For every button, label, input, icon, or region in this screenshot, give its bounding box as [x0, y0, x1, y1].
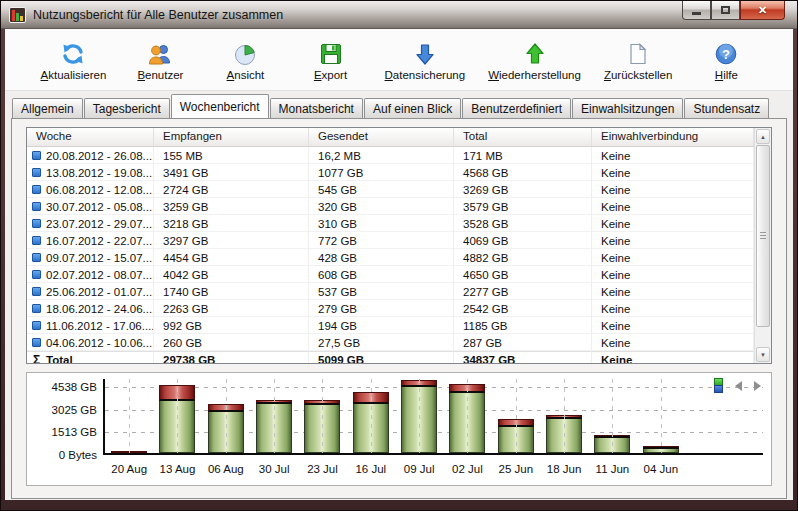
tab-auf-einen-blick[interactable]: Auf einen Blick: [364, 98, 461, 118]
tab-allgemein[interactable]: Allgemein: [12, 98, 83, 118]
x-tick-label: 18 Jun: [547, 463, 582, 475]
cell-empfangen: 3259 GB: [154, 198, 309, 215]
cell-total: 4882 GB: [454, 249, 592, 266]
toolbar-button-zurückstellen[interactable]: Zurückstellen: [604, 41, 672, 81]
vertical-scrollbar[interactable]: ▲ ▼: [754, 128, 771, 363]
close-icon: ✕: [758, 4, 767, 17]
app-window: Nutzungsbericht für Alle Benutzer zusamm…: [0, 0, 798, 511]
minimize-button[interactable]: [682, 1, 711, 20]
tab-wochenbericht[interactable]: Wochenbericht: [171, 94, 269, 118]
toolbar-button-benutzer[interactable]: Benutzer: [129, 41, 191, 81]
toolbar-button-wiederherstellung[interactable]: Wiederherstellung: [488, 41, 581, 81]
table-row[interactable]: 16.07.2012 - 22.07....3297 GB772 GB4069 …: [27, 232, 754, 249]
x-tick-label: 11 Jun: [596, 463, 630, 475]
cell-total: 4568 GB: [454, 164, 592, 181]
help-icon: ?: [713, 41, 739, 67]
save-icon: [318, 41, 344, 67]
table-total-row[interactable]: ΣTotal29738 GB5099 GB34837 GBKeine: [27, 351, 754, 363]
table-row[interactable]: 09.07.2012 - 15.07....4454 GB428 GB4882 …: [27, 249, 754, 266]
column-header-gesendet[interactable]: Gesendet: [309, 128, 454, 146]
usage-chart: 0 Bytes1513 GB3025 GB4538 GB 20 Aug13 Au…: [26, 372, 772, 486]
tab-stundensatz[interactable]: Stundensatz: [684, 98, 769, 118]
close-button[interactable]: ✕: [740, 1, 785, 20]
x-tick-label: 13 Aug: [160, 463, 196, 475]
column-header-empfangen[interactable]: Empfangen: [154, 128, 309, 146]
x-tick-label: 09 Jul: [404, 463, 435, 475]
v-gridline: [274, 379, 275, 453]
cell-empfangen: 1740 GB: [154, 283, 309, 300]
cell-total: 287 GB: [454, 334, 592, 351]
cell-woche: 20.08.2012 - 26.08....: [27, 147, 154, 164]
table-row[interactable]: 18.06.2012 - 24.06....2263 GB279 GB2542 …: [27, 300, 754, 317]
tab-tagesbericht[interactable]: Tagesbericht: [84, 98, 170, 118]
cell-empfangen: 4042 GB: [154, 266, 309, 283]
cell-gesendet: 310 GB: [309, 215, 454, 232]
pie-chart-icon: [232, 41, 258, 67]
maximize-icon: [721, 6, 730, 14]
cell-einwahlverbindung: Keine: [592, 232, 754, 249]
document-icon: [625, 41, 651, 67]
upload-arrow-icon: [522, 41, 548, 67]
toolbar-button-ansicht[interactable]: Ansicht: [214, 41, 276, 81]
toolbar-button-label: Benutzer: [137, 69, 183, 81]
week-row-icon: [32, 321, 41, 330]
chart-prev-arrow-icon[interactable]: [735, 381, 742, 391]
table-row[interactable]: 02.07.2012 - 08.07....4042 GB608 GB4650 …: [27, 266, 754, 283]
toolbar-button-aktualisieren[interactable]: Aktualisieren: [41, 41, 107, 81]
toolbar-button-label: Zurückstellen: [604, 69, 672, 81]
column-header-total[interactable]: Total: [454, 128, 592, 146]
cell-total: 171 MB: [454, 147, 592, 164]
scrollbar-thumb[interactable]: [756, 145, 770, 327]
toolbar-button-datensicherung[interactable]: Datensicherung: [385, 41, 466, 81]
v-gridline: [564, 379, 565, 453]
cell-einwahlverbindung: Keine: [592, 249, 754, 266]
bar-slots: 20 Aug13 Aug06 Aug30 Jul23 Jul16 Jul09 J…: [105, 379, 685, 453]
cell-gesendet: 194 GB: [309, 317, 454, 334]
scroll-down-arrow-icon[interactable]: ▼: [756, 347, 770, 362]
table-row[interactable]: 23.07.2012 - 29.07....3218 GB310 GB3528 …: [27, 215, 754, 232]
chart-category-slot: 25 Jun: [492, 379, 540, 453]
table-row[interactable]: 25.06.2012 - 01.07....1740 GB537 GB2277 …: [27, 283, 754, 300]
column-header-einwahlverbindung[interactable]: Einwahlverbindung: [592, 128, 754, 146]
x-tick-label: 06 Aug: [208, 463, 244, 475]
chart-category-slot: 09 Jul: [395, 379, 443, 453]
cell-gesendet: 545 GB: [309, 181, 454, 198]
tab-einwahlsitzungen[interactable]: Einwahlsitzungen: [572, 98, 683, 118]
v-gridline: [322, 379, 323, 453]
cell-total: 4650 GB: [454, 266, 592, 283]
week-row-icon: [32, 168, 41, 177]
toolbar-button-export[interactable]: Export: [300, 41, 362, 81]
scroll-up-arrow-icon[interactable]: ▲: [756, 129, 770, 144]
week-row-icon: [32, 202, 41, 211]
week-row-icon: [32, 151, 41, 160]
toolbar-button-label: Export: [314, 69, 347, 81]
table-row[interactable]: 30.07.2012 - 05.08....3259 GB320 GB3579 …: [27, 198, 754, 215]
x-tick-label: 16 Jul: [355, 463, 386, 475]
week-row-icon: [32, 219, 41, 228]
column-header-woche[interactable]: Woche: [27, 128, 154, 146]
tab-benutzerdefiniert[interactable]: Benutzerdefiniert: [462, 98, 571, 118]
cell-empfangen: 155 MB: [154, 147, 309, 164]
tab-monatsbericht[interactable]: Monatsbericht: [270, 98, 363, 118]
chart-next-arrow-icon[interactable]: [754, 381, 761, 391]
cell-einwahlverbindung: Keine: [592, 198, 754, 215]
table-row[interactable]: 13.08.2012 - 19.08....3491 GB1077 GB4568…: [27, 164, 754, 181]
cell-gesendet: 279 GB: [309, 300, 454, 317]
table-row[interactable]: 20.08.2012 - 26.08....155 MB16,2 MB171 M…: [27, 147, 754, 164]
v-gridline: [467, 379, 468, 453]
chart-category-slot: 16 Jul: [347, 379, 395, 453]
chart-category-slot: 04 Jun: [637, 379, 685, 453]
maximize-button[interactable]: [711, 1, 740, 20]
cell-gesendet: 5099 GB: [309, 351, 454, 363]
table-row[interactable]: 11.06.2012 - 17.06....992 GB194 GB1185 G…: [27, 317, 754, 334]
cell-woche: 04.06.2012 - 10.06....: [27, 334, 154, 351]
table-row[interactable]: 04.06.2012 - 10.06....260 GB27,5 GB287 G…: [27, 334, 754, 351]
cell-gesendet: 772 GB: [309, 232, 454, 249]
cell-empfangen: 260 GB: [154, 334, 309, 351]
v-gridline: [661, 379, 662, 453]
table-row[interactable]: 06.08.2012 - 12.08....2724 GB545 GB3269 …: [27, 181, 754, 198]
toolbar-button-label: Ansicht: [227, 69, 265, 81]
toolbar-button-hilfe[interactable]: ?Hilfe: [695, 41, 757, 81]
cell-empfangen: 992 GB: [154, 317, 309, 334]
cell-woche: 23.07.2012 - 29.07....: [27, 215, 154, 232]
